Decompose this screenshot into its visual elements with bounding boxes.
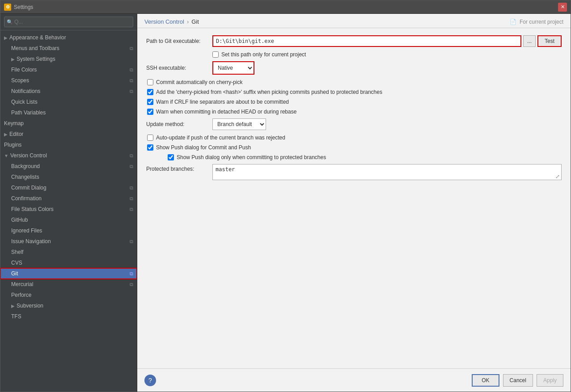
main-panel: Version Control › Git 📄 For current proj… bbox=[137, 14, 571, 392]
git-path-row: Path to Git executable: ... Test bbox=[146, 35, 562, 47]
search-icon: 🔍 bbox=[7, 19, 13, 25]
sidebar-item-label: CVS bbox=[11, 260, 133, 266]
sidebar-item-file-colors[interactable]: File Colors ⧉ bbox=[0, 64, 137, 75]
help-button[interactable]: ? bbox=[144, 375, 156, 386]
cherry-pick-label: Add the 'cherry-picked from <hash>' suff… bbox=[156, 89, 382, 95]
crlf-checkbox[interactable] bbox=[147, 99, 153, 105]
sidebar-item-label: GitHub bbox=[11, 217, 133, 223]
git-path-input[interactable] bbox=[212, 35, 521, 47]
cherry-pick-checkbox[interactable] bbox=[147, 89, 153, 95]
show-push-checkbox[interactable] bbox=[147, 144, 153, 151]
sidebar-item-label: Perforce bbox=[11, 292, 133, 298]
search-input[interactable] bbox=[4, 17, 133, 27]
sidebar-item-appearance[interactable]: ▶ Appearance & Behavior bbox=[0, 32, 137, 43]
ssh-executable-select[interactable]: Native Built-in bbox=[213, 62, 254, 74]
footer-left: ? bbox=[144, 375, 156, 386]
sidebar-item-ignored-files[interactable]: Ignored Files bbox=[0, 225, 137, 236]
sidebar-item-version-control[interactable]: ▼ Version Control ⧉ bbox=[0, 150, 137, 161]
commit-auto-checkbox[interactable] bbox=[147, 79, 153, 85]
sidebar-item-cvs[interactable]: CVS bbox=[0, 257, 137, 268]
crlf-label: Warn if CRLF line separators are about t… bbox=[156, 99, 289, 105]
copy-icon: ⧉ bbox=[130, 67, 133, 73]
sidebar-item-issue-navigation[interactable]: Issue Navigation ⧉ bbox=[0, 236, 137, 247]
ssh-row: SSH executable: Native Built-in bbox=[146, 61, 562, 75]
sidebar-item-tfs[interactable]: TFS bbox=[0, 311, 137, 322]
expand-textarea-icon[interactable]: ⤢ bbox=[555, 173, 560, 180]
project-icon: 📄 bbox=[510, 19, 516, 25]
protected-branches-input[interactable]: master bbox=[212, 164, 562, 180]
test-button[interactable]: Test bbox=[537, 35, 562, 47]
sidebar-item-confirmation[interactable]: Confirmation ⧉ bbox=[0, 193, 137, 204]
sidebar-item-scopes[interactable]: Scopes ⧉ bbox=[0, 75, 137, 86]
sidebar-item-label: Notifications bbox=[11, 88, 130, 94]
current-project-checkbox[interactable] bbox=[212, 51, 219, 58]
ok-button[interactable]: OK bbox=[472, 374, 499, 387]
breadcrumb-version-control[interactable]: Version Control bbox=[144, 18, 184, 25]
sidebar-item-label: Shelf bbox=[11, 249, 133, 255]
show-push-row: Show Push dialog for Commit and Push bbox=[146, 144, 562, 151]
title-bar: ⚙ Settings ✕ bbox=[0, 0, 571, 14]
commit-auto-row: Commit automatically on cherry-pick bbox=[146, 79, 562, 85]
expand-icon: ▼ bbox=[4, 153, 8, 158]
update-method-label: Update method: bbox=[146, 121, 209, 127]
sidebar-item-path-variables[interactable]: Path Variables bbox=[0, 107, 137, 118]
expand-icon: ▶ bbox=[11, 303, 15, 308]
sidebar-item-label: Subversion bbox=[17, 303, 133, 309]
push-protected-checkbox[interactable] bbox=[168, 154, 174, 160]
sidebar-item-editor[interactable]: ▶ Editor bbox=[0, 129, 137, 139]
breadcrumb-current: Git bbox=[191, 18, 199, 25]
sidebar-item-label: Changelists bbox=[11, 174, 133, 180]
sidebar-item-system-settings[interactable]: ▶ System Settings bbox=[0, 54, 137, 64]
sidebar-item-keymap[interactable]: Keymap bbox=[0, 118, 137, 129]
detached-checkbox[interactable] bbox=[147, 109, 153, 115]
sidebar-item-quick-lists[interactable]: Quick Lists bbox=[0, 97, 137, 107]
sidebar-item-commit-dialog[interactable]: Commit Dialog ⧉ bbox=[0, 182, 137, 193]
sidebar-item-mercurial[interactable]: Mercurial ⧉ bbox=[0, 279, 137, 290]
title-bar-left: ⚙ Settings bbox=[4, 4, 33, 11]
sidebar-item-label: Version Control bbox=[10, 152, 130, 159]
window-title: Settings bbox=[14, 4, 33, 10]
push-protected-label: Show Push dialog only when committing to… bbox=[177, 154, 326, 160]
dialog-footer: ? OK Cancel Apply bbox=[137, 368, 571, 392]
sidebar-item-plugins[interactable]: Plugins bbox=[0, 139, 137, 150]
sidebar-item-label: Menus and Toolbars bbox=[11, 45, 130, 51]
update-method-select[interactable]: Branch default Merge Rebase bbox=[212, 118, 266, 130]
cancel-button[interactable]: Cancel bbox=[503, 374, 533, 387]
protected-branches-row: Protected branches: master ⤢ bbox=[146, 164, 562, 181]
commit-auto-label: Commit automatically on cherry-pick bbox=[156, 79, 242, 85]
sidebar-item-label: Confirmation bbox=[11, 195, 130, 202]
sidebar-item-github[interactable]: GitHub bbox=[0, 215, 137, 225]
settings-area: Path to Git executable: ... Test Set thi… bbox=[137, 28, 571, 368]
browse-button[interactable]: ... bbox=[523, 35, 536, 47]
search-bar: 🔍 bbox=[0, 14, 137, 30]
close-button[interactable]: ✕ bbox=[558, 3, 567, 12]
sidebar-item-git[interactable]: Git ⧉ bbox=[0, 268, 137, 279]
copy-icon: ⧉ bbox=[130, 282, 133, 287]
sidebar-item-label: Mercurial bbox=[11, 281, 130, 287]
sidebar-item-file-status-colors[interactable]: File Status Colors ⧉ bbox=[0, 204, 137, 215]
sidebar-item-notifications[interactable]: Notifications ⧉ bbox=[0, 86, 137, 97]
breadcrumb-separator: › bbox=[187, 18, 189, 25]
sidebar-item-menus[interactable]: Menus and Toolbars ⧉ bbox=[0, 43, 137, 54]
sidebar-item-label: Git bbox=[11, 270, 130, 277]
auto-update-checkbox[interactable] bbox=[147, 135, 153, 141]
sidebar-item-perforce[interactable]: Perforce bbox=[0, 290, 137, 300]
sidebar-item-shelf[interactable]: Shelf bbox=[0, 247, 137, 257]
apply-button[interactable]: Apply bbox=[537, 374, 563, 387]
current-project-row: Set this path only for current project bbox=[146, 51, 562, 58]
sidebar-item-label: File Status Colors bbox=[11, 206, 130, 212]
sidebar-item-label: Quick Lists bbox=[11, 99, 133, 105]
sidebar-item-changelists[interactable]: Changelists bbox=[0, 172, 137, 182]
current-project-label: Set this path only for current project bbox=[221, 51, 306, 58]
path-input-wrapper: ... Test bbox=[212, 35, 562, 47]
sidebar-item-label: Keymap bbox=[4, 120, 133, 126]
ssh-select-wrapper: Native Built-in bbox=[212, 61, 254, 75]
protected-input-wrapper: master ⤢ bbox=[212, 164, 562, 181]
ssh-label: SSH executable: bbox=[146, 65, 209, 71]
git-path-label: Path to Git executable: bbox=[146, 38, 209, 44]
for-current-project: 📄 For current project bbox=[510, 19, 563, 25]
sidebar-item-background[interactable]: Background ⧉ bbox=[0, 161, 137, 172]
sidebar-item-label: Background bbox=[11, 163, 130, 169]
sidebar-item-label: Appearance & Behavior bbox=[9, 34, 133, 41]
sidebar-item-subversion[interactable]: ▶ Subversion bbox=[0, 300, 137, 311]
